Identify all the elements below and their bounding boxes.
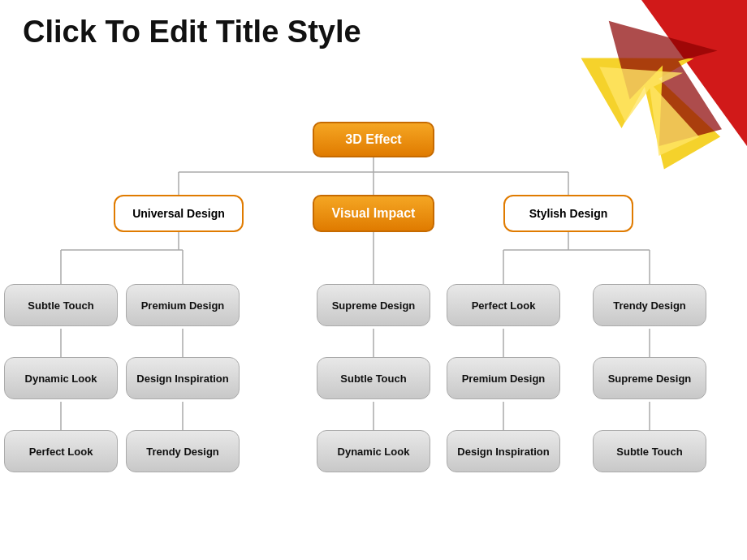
page-title[interactable]: Click To Edit Title Style: [23, 15, 361, 50]
l2-node-1[interactable]: Premium Design: [126, 284, 240, 326]
l4-node-2[interactable]: Dynamic Look: [317, 430, 430, 472]
l4-node-1[interactable]: Trendy Design: [126, 430, 240, 472]
l2-node-4[interactable]: Trendy Design: [593, 284, 706, 326]
l1-node-1[interactable]: Visual Impact: [313, 195, 434, 232]
l3-node-0[interactable]: Dynamic Look: [4, 357, 118, 399]
l3-node-1[interactable]: Design Inspiration: [126, 357, 240, 399]
l2-node-0[interactable]: Subtle Touch: [4, 284, 118, 326]
l3-node-4[interactable]: Supreme Design: [593, 357, 706, 399]
l2-node-3[interactable]: Perfect Look: [447, 284, 560, 326]
l4-node-3[interactable]: Design Inspiration: [447, 430, 560, 472]
l1-node-2[interactable]: Stylish Design: [503, 195, 633, 232]
l1-node-0[interactable]: Universal Design: [114, 195, 244, 232]
org-chart: 3D Effect Universal Design Visual Impact…: [0, 114, 747, 519]
l4-node-0[interactable]: Perfect Look: [4, 430, 118, 472]
l2-node-2[interactable]: Supreme Design: [317, 284, 430, 326]
l3-node-3[interactable]: Premium Design: [447, 357, 560, 399]
l3-node-2[interactable]: Subtle Touch: [317, 357, 430, 399]
root-node[interactable]: 3D Effect: [313, 122, 434, 157]
l4-node-4[interactable]: Subtle Touch: [593, 430, 706, 472]
